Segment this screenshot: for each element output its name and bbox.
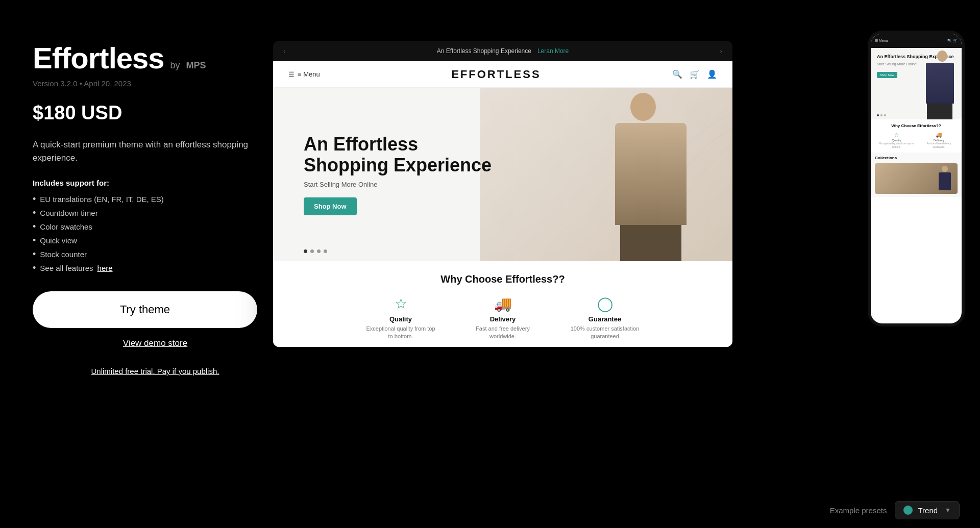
preset-dropdown[interactable]: Trend ▼	[895, 501, 960, 519]
phone-delivery-icon: 🚚	[920, 132, 958, 138]
hero-image	[480, 88, 732, 261]
account-icon[interactable]: 👤	[707, 69, 717, 79]
announcement-bar: An Effortless Shopping Experience Leran …	[437, 41, 569, 61]
person-legs	[620, 225, 681, 261]
phone-logo: EFFORTLESS	[897, 38, 938, 43]
phone-hero: An Effortless Shopping Experience Start …	[871, 48, 962, 119]
phone-collections-title: Collections	[875, 156, 958, 160]
trial-suffix: . Pay if you publish.	[153, 367, 219, 375]
cart-icon[interactable]: 🛒	[690, 69, 700, 79]
hamburger-icon: ☰	[288, 70, 295, 78]
shop-now-button[interactable]: Shop Now	[304, 197, 357, 215]
hero-content: An Effortless Shopping Experience Start …	[273, 134, 492, 216]
phone-dot-2	[880, 114, 883, 116]
list-item-features-link: See all features here	[33, 261, 278, 275]
search-icon[interactable]: 🔍	[672, 69, 682, 79]
list-item: Countdown timer	[33, 206, 278, 220]
site-preview: ☰ ≡ Menu EFFORTLESS 🔍 🛒 👤 An Effortless …	[273, 61, 732, 347]
list-item: Quick view	[33, 234, 278, 247]
phone-why-row: ☆ Quality Exceptional quality from top t…	[875, 132, 958, 148]
list-item: Color swatches	[33, 220, 278, 234]
theme-title-row: Effortless by MPS	[33, 41, 278, 75]
why-card-guarantee: ◯ Guarantee 100% customer satisfaction g…	[569, 295, 641, 341]
site-menu-link[interactable]: ☰ ≡ Menu	[288, 70, 320, 78]
hero-title: An Effortless Shopping Experience	[304, 134, 492, 176]
phone-topbar: ☰ Menu EFFORTLESS 🔍 🛒	[871, 34, 962, 48]
quality-title: Quality	[365, 315, 436, 323]
delivery-icon: 🚚	[467, 295, 538, 312]
announcement-link[interactable]: Leran More	[537, 47, 569, 55]
person-head	[630, 93, 656, 121]
hero-section: An Effortless Shopping Experience Start …	[273, 88, 732, 261]
by-label: by	[170, 60, 180, 71]
left-panel: Effortless by MPS Version 3.2.0 • April …	[33, 41, 278, 375]
pc-head	[942, 166, 948, 172]
phone-quality-icon: ☆	[875, 132, 918, 138]
ph-body	[926, 63, 954, 104]
guarantee-title: Guarantee	[569, 315, 641, 323]
phone-why-title: Why Choose Effortless??	[875, 123, 958, 128]
guarantee-icon: ◯	[569, 295, 641, 312]
menu-label: ≡ Menu	[298, 70, 320, 78]
phone-why-delivery: 🚚 Delivery Fast and free delivery worldw…	[920, 132, 958, 148]
dot-1[interactable]	[304, 249, 307, 253]
view-demo-link[interactable]: View demo store	[33, 338, 278, 348]
features-link[interactable]: here	[97, 264, 113, 272]
hero-dots	[304, 249, 327, 253]
why-title: Why Choose Effortless??	[288, 273, 717, 285]
list-item: Stock counter	[33, 247, 278, 261]
browser-topbar: ‹ An Effortless Shopping Experience Lera…	[273, 41, 732, 61]
guarantee-desc: 100% customer satisfaction guaranteed	[569, 325, 641, 341]
announcement-text: An Effortless Shopping Experience	[437, 47, 531, 55]
try-theme-button[interactable]: Try theme	[33, 291, 257, 328]
dot-2[interactable]	[310, 249, 314, 253]
bottom-bar: Example presets Trend ▼	[0, 492, 980, 528]
phone-dot-3	[884, 114, 886, 116]
dot-4[interactable]	[324, 249, 327, 253]
hero-subtitle: Start Selling More Online	[304, 181, 492, 188]
pc-body	[939, 172, 951, 190]
preset-name: Trend	[918, 506, 938, 515]
why-card-delivery: 🚚 Delivery Fast and free delivery worldw…	[467, 295, 538, 341]
phone-dot-1	[877, 114, 879, 116]
preset-color-dot	[903, 506, 913, 515]
version-date: Version 3.2.0 • April 20, 2023	[33, 79, 278, 88]
site-header: ☰ ≡ Menu EFFORTLESS 🔍 🛒 👤	[273, 61, 732, 88]
delivery-desc: Fast and free delivery worldwide.	[467, 325, 538, 341]
phone-collections: Collections	[871, 153, 962, 197]
theme-title: Effortless	[33, 41, 164, 75]
phone-dots	[877, 114, 886, 116]
why-section: Why Choose Effortless?? ☆ Quality Except…	[273, 261, 732, 347]
price: $180 USD	[33, 102, 278, 124]
person-body	[615, 123, 687, 225]
includes-label: Includes support for:	[33, 179, 278, 187]
phone-menu: ☰ Menu	[875, 39, 888, 43]
delivery-title: Delivery	[467, 315, 538, 323]
site-icons: 🔍 🛒 👤	[672, 69, 717, 79]
phone-hero-person	[922, 48, 958, 119]
nav-next-arrow[interactable]: ›	[720, 47, 722, 55]
phone-icons: 🔍 🛒	[947, 39, 958, 43]
by-brand: MPS	[186, 60, 206, 71]
list-item: EU translations (EN, FR, IT, DE, ES)	[33, 192, 278, 206]
ph-head	[937, 51, 947, 62]
phone-shop-btn[interactable]: Shop Now	[877, 72, 897, 78]
phone-screen: ☰ Menu EFFORTLESS 🔍 🛒 An Effortless Shop…	[871, 34, 962, 323]
ph-legs	[927, 104, 952, 119]
phone-quality-desc: Exceptional quality from top to bottom.	[875, 142, 918, 148]
chevron-down-icon: ▼	[945, 507, 951, 514]
phone-why-section: Why Choose Effortless?? ☆ Quality Except…	[871, 119, 962, 153]
phone-why-quality: ☆ Quality Exceptional quality from top t…	[875, 132, 918, 148]
browser-preview: ‹ An Effortless Shopping Experience Lera…	[273, 41, 732, 347]
nav-prev-arrow[interactable]: ‹	[283, 47, 286, 55]
dot-3[interactable]	[317, 249, 321, 253]
quality-desc: Exceptional quality from top to bottom.	[365, 325, 436, 341]
why-card-quality: ☆ Quality Exceptional quality from top t…	[365, 295, 436, 341]
phone-collection-person	[937, 166, 952, 194]
phone-mockup: ☰ Menu EFFORTLESS 🔍 🛒 An Effortless Shop…	[868, 31, 965, 326]
site-logo: EFFORTLESS	[451, 68, 541, 81]
why-cards: ☆ Quality Exceptional quality from top t…	[288, 295, 717, 341]
hero-person	[600, 93, 692, 261]
trial-prefix[interactable]: Unlimited free trial	[91, 367, 153, 375]
trial-text: Unlimited free trial. Pay if you publish…	[33, 367, 278, 375]
